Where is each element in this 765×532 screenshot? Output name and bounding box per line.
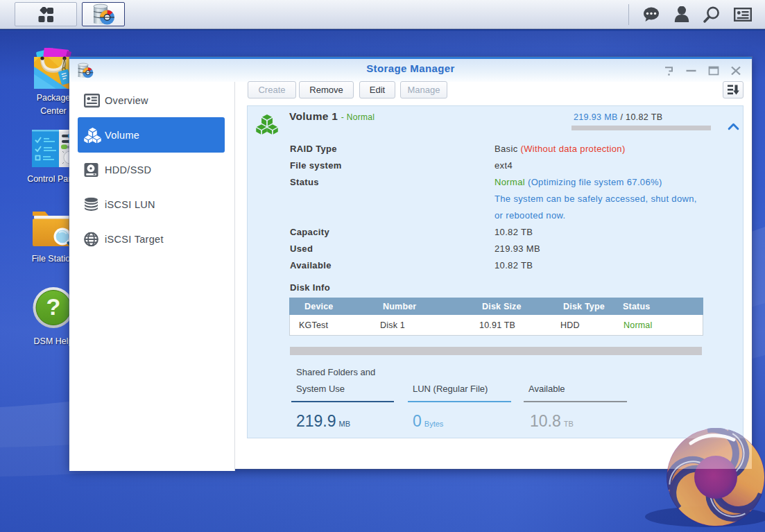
svg-text:?: ?	[46, 293, 61, 320]
